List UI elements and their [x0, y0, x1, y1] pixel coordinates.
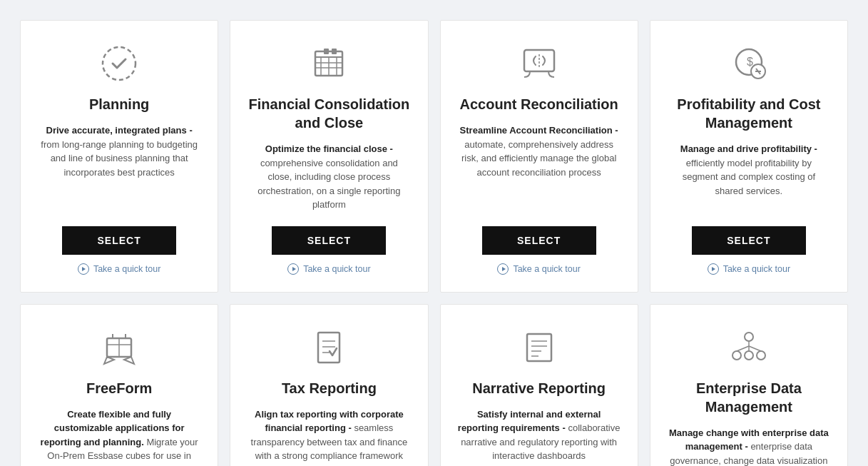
svg-line-39: [749, 346, 761, 351]
tour-link-financial-consolidation[interactable]: Take a quick tour: [287, 263, 371, 275]
card-planning: Planning Drive accurate, integrated plan…: [20, 20, 218, 293]
card-title-profitability: Profitability and Cost Management: [668, 95, 830, 132]
card-desc-account-reconciliation: Streamline Account Reconciliation - auto…: [458, 123, 621, 212]
card-desc-profitability: Manage and drive profitability - efficie…: [668, 142, 830, 212]
svg-rect-10: [524, 50, 554, 71]
tour-link-account-reconciliation[interactable]: Take a quick tour: [497, 263, 581, 275]
card-enterprise-data: Enterprise Data Management Manage change…: [650, 304, 848, 467]
card-freeform: FreeForm Create flexible and fully custo…: [20, 304, 218, 467]
svg-rect-8: [324, 49, 329, 54]
svg-rect-9: [332, 49, 337, 54]
tour-label: Take a quick tour: [513, 264, 581, 274]
play-icon: [708, 263, 719, 275]
svg-point-0: [103, 47, 136, 80]
profitability-icon: $: [727, 42, 770, 85]
card-title-planning: Planning: [89, 95, 149, 113]
card-title-enterprise-data: Enterprise Data Management: [668, 379, 830, 416]
svg-marker-23: [124, 357, 134, 364]
svg-rect-28: [527, 334, 551, 361]
reconciliation-icon: [518, 42, 561, 85]
card-title-freeform: FreeForm: [86, 379, 152, 397]
financial-icon: [307, 42, 350, 85]
tax-icon: [307, 326, 350, 369]
svg-text:$: $: [747, 56, 753, 68]
play-icon: [287, 263, 299, 275]
card-desc-financial-consolidation: Optimize the financial close - comprehen…: [247, 142, 410, 212]
card-title-tax-reporting: Tax Reporting: [282, 379, 377, 397]
tour-label: Take a quick tour: [723, 264, 791, 274]
svg-line-38: [737, 346, 749, 351]
enterprise-icon: [727, 326, 770, 369]
card-desc-freeform: Create flexible and fully customizable a…: [38, 407, 200, 467]
card-financial-consolidation: Financial Consolidation and Close Optimi…: [230, 20, 428, 293]
card-desc-narrative-reporting: Satisfy internal and external reporting …: [458, 407, 621, 467]
card-title-account-reconciliation: Account Reconciliation: [460, 95, 618, 113]
tour-link-planning[interactable]: Take a quick tour: [78, 263, 161, 275]
planning-icon: [98, 42, 141, 85]
svg-point-36: [757, 351, 765, 360]
select-button-planning[interactable]: SELECT: [62, 226, 176, 255]
svg-point-34: [732, 351, 741, 360]
svg-point-33: [745, 333, 753, 341]
freeform-icon: [98, 326, 141, 369]
card-account-reconciliation: Account Reconciliation Streamline Accoun…: [440, 20, 638, 293]
select-button-profitability[interactable]: SELECT: [692, 226, 806, 255]
narrative-icon: [518, 326, 561, 369]
svg-marker-22: [104, 357, 114, 364]
tour-label: Take a quick tour: [303, 264, 371, 274]
svg-point-35: [745, 351, 753, 360]
product-grid: Planning Drive accurate, integrated plan…: [14, 14, 854, 466]
card-desc-planning: Drive accurate, integrated plans - from …: [38, 123, 200, 212]
card-title-narrative-reporting: Narrative Reporting: [472, 379, 606, 397]
card-profitability: $ Profitability and Cost Management Mana…: [650, 20, 848, 293]
card-narrative-reporting: Narrative Reporting Satisfy internal and…: [440, 304, 638, 467]
tour-link-profitability[interactable]: Take a quick tour: [708, 263, 791, 275]
play-icon: [497, 263, 509, 275]
play-icon: [78, 263, 89, 275]
card-desc-tax-reporting: Align tax reporting with corporate finan…: [247, 407, 410, 467]
select-button-financial-consolidation[interactable]: SELECT: [272, 226, 386, 255]
select-button-account-reconciliation[interactable]: SELECT: [482, 226, 596, 255]
card-title-financial-consolidation: Financial Consolidation and Close: [247, 95, 410, 132]
tour-label: Take a quick tour: [93, 264, 161, 274]
card-desc-enterprise-data: Manage change with enterprise data manag…: [668, 426, 830, 467]
card-tax-reporting: Tax Reporting Align tax reporting with c…: [230, 304, 428, 467]
